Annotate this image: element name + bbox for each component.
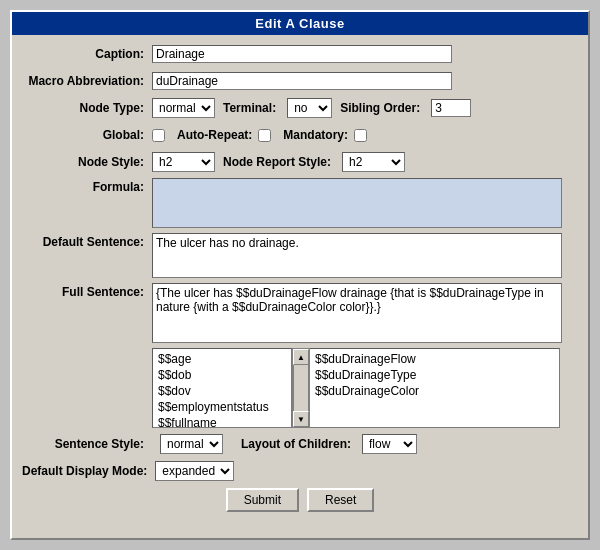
default-display-row: Default Display Mode: expanded collapsed…: [22, 460, 578, 482]
global-checkbox[interactable]: [152, 129, 165, 142]
checkbox-group: Auto-Repeat: Mandatory:: [152, 128, 367, 142]
default-display-select[interactable]: expanded collapsed hidden: [155, 461, 234, 481]
node-style-row: Node Style: h1 h2 h3 normal Node Report …: [22, 151, 578, 173]
caption-input[interactable]: [152, 45, 452, 63]
node-report-style-label: Node Report Style:: [223, 155, 331, 169]
full-sentence-textarea[interactable]: {The ulcer has $$duDrainageFlow drainage…: [152, 283, 562, 343]
sentence-style-row: Sentence Style: normal bold italic Layou…: [22, 433, 578, 455]
submit-button[interactable]: Submit: [226, 488, 299, 512]
default-sentence-label: Default Sentence:: [22, 233, 152, 249]
variables-section: $$age $$dob $$dov $$employmentstatus $$f…: [152, 348, 578, 428]
edit-clause-dialog: Edit A Clause Caption: Macro Abbreviatio…: [10, 10, 590, 540]
variables-scrollbar[interactable]: ▲ ▼: [292, 348, 310, 428]
caption-row: Caption:: [22, 43, 578, 65]
var-item[interactable]: $$dob: [155, 367, 289, 383]
layout-children-label: Layout of Children:: [241, 437, 351, 451]
scroll-down-btn[interactable]: ▼: [293, 411, 309, 427]
node-type-label: Node Type:: [22, 101, 152, 115]
node-style-label: Node Style:: [22, 155, 152, 169]
macro-label: Macro Abbreviation:: [22, 74, 152, 88]
macro-row: Macro Abbreviation:: [22, 70, 578, 92]
macro-input[interactable]: [152, 72, 452, 90]
auto-repeat-label: Auto-Repeat:: [177, 128, 252, 142]
var-item[interactable]: $$dov: [155, 383, 289, 399]
reset-button[interactable]: Reset: [307, 488, 374, 512]
terminal-label: Terminal:: [223, 101, 276, 115]
formula-label: Formula:: [22, 178, 152, 194]
scroll-up-btn[interactable]: ▲: [293, 349, 309, 365]
node-report-style-select[interactable]: h1 h2 h3 normal: [342, 152, 405, 172]
caption-label: Caption:: [22, 47, 152, 61]
sibling-order-input[interactable]: [431, 99, 471, 117]
dialog-title: Edit A Clause: [12, 12, 588, 35]
layout-children-select[interactable]: flow block inline: [362, 434, 417, 454]
sentence-style-label: Sentence Style:: [22, 437, 152, 451]
var-item[interactable]: $$employmentstatus: [155, 399, 289, 415]
var-item-right[interactable]: $$duDrainageType: [312, 367, 557, 383]
formula-textarea[interactable]: [152, 178, 562, 228]
global-checkbox-item: [152, 129, 165, 142]
node-style-select[interactable]: h1 h2 h3 normal: [152, 152, 215, 172]
variables-right-list[interactable]: $$duDrainageFlow $$duDrainageType $$duDr…: [310, 348, 560, 428]
node-type-controls: normal group leaf Terminal: no yes Sibli…: [152, 98, 471, 118]
global-row: Global: Auto-Repeat: Mandatory:: [22, 124, 578, 146]
node-type-row: Node Type: normal group leaf Terminal: n…: [22, 97, 578, 119]
var-item-right[interactable]: $$duDrainageFlow: [312, 351, 557, 367]
auto-repeat-item: Auto-Repeat:: [177, 128, 271, 142]
full-sentence-label: Full Sentence:: [22, 283, 152, 299]
mandatory-item: Mandatory:: [283, 128, 367, 142]
global-label: Global:: [22, 128, 152, 142]
mandatory-label: Mandatory:: [283, 128, 348, 142]
sibling-order-label: Sibling Order:: [340, 101, 420, 115]
default-sentence-textarea[interactable]: The ulcer has no drainage.: [152, 233, 562, 278]
var-item[interactable]: $$fullname: [155, 415, 289, 428]
default-display-label: Default Display Mode:: [22, 464, 155, 478]
auto-repeat-checkbox[interactable]: [258, 129, 271, 142]
default-sentence-row: Default Sentence: The ulcer has no drain…: [22, 233, 578, 278]
var-item[interactable]: $$age: [155, 351, 289, 367]
formula-row: Formula:: [22, 178, 578, 228]
sentence-style-select[interactable]: normal bold italic: [160, 434, 223, 454]
buttons-row: Submit Reset: [22, 488, 578, 512]
full-sentence-row: Full Sentence: {The ulcer has $$duDraina…: [22, 283, 578, 343]
terminal-select[interactable]: no yes: [287, 98, 332, 118]
node-type-select[interactable]: normal group leaf: [152, 98, 215, 118]
mandatory-checkbox[interactable]: [354, 129, 367, 142]
variables-left-list[interactable]: $$age $$dob $$dov $$employmentstatus $$f…: [152, 348, 292, 428]
var-item-right[interactable]: $$duDrainageColor: [312, 383, 557, 399]
